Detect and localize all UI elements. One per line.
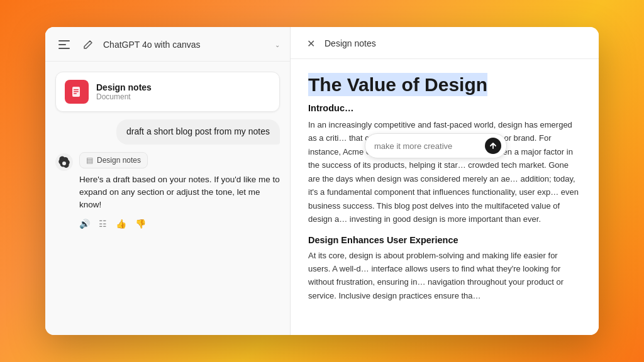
chevron-down-icon: ⌄: [275, 41, 280, 48]
left-header: ChatGPT 4o with canvas ⌄: [45, 27, 290, 62]
doc-ref-icon: ▤: [86, 156, 93, 165]
right-panel: ✕ Design notes The Value of Design Intro…: [291, 27, 599, 335]
openai-logo-icon: [55, 153, 73, 171]
assistant-section: ▤ Design notes Here's a draft based on y…: [55, 152, 280, 229]
svg-rect-4: [74, 89, 79, 90]
svg-rect-1: [58, 44, 66, 45]
svg-rect-5: [74, 91, 79, 92]
main-container: ChatGPT 4o with canvas ⌄ Design notes Do…: [45, 27, 599, 335]
doc-type: Document: [96, 92, 152, 101]
doc-icon: [65, 80, 89, 104]
user-message-bubble: draft a short blog post from my notes: [116, 119, 280, 145]
doc-heading: The Value of Design: [308, 73, 487, 96]
left-content: Design notes Document draft a short blog…: [45, 62, 290, 335]
sidebar-toggle-button[interactable]: [55, 36, 73, 53]
svg-point-7: [55, 153, 73, 171]
thumbs-down-icon[interactable]: 👎: [135, 219, 146, 229]
thumbs-up-icon[interactable]: 👍: [116, 219, 126, 229]
assistant-response-text: Here's a draft based on your notes. If y…: [79, 173, 280, 212]
assistant-doc-reference[interactable]: ▤ Design notes: [79, 152, 148, 168]
close-button[interactable]: ✕: [303, 36, 318, 51]
svg-rect-6: [74, 93, 77, 94]
assistant-doc-ref-label: Design notes: [97, 156, 141, 165]
edit-button[interactable]: [79, 36, 97, 53]
inline-send-button[interactable]: [485, 138, 501, 154]
section-heading-ux: Design Enhances User Experience: [308, 235, 581, 245]
right-panel-title: Design notes: [325, 38, 376, 48]
copy-icon[interactable]: ☷: [99, 219, 107, 229]
left-panel: ChatGPT 4o with canvas ⌄ Design notes Do…: [45, 27, 291, 335]
right-content: The Value of Design Introduc… In an incr…: [291, 59, 599, 335]
svg-rect-0: [58, 40, 70, 41]
section-intro-label: Introduc…: [308, 103, 581, 113]
doc-info: Design notes Document: [96, 82, 152, 101]
action-icons-bar: 🔊 ☷ 👍 👎: [79, 219, 280, 229]
volume-icon[interactable]: 🔊: [79, 219, 90, 229]
right-header: ✕ Design notes: [291, 27, 599, 59]
body-paragraph-2: At its core, design is about problem-sol…: [308, 249, 581, 303]
svg-rect-2: [58, 48, 70, 49]
doc-heading-block: The Value of Design: [308, 74, 581, 96]
doc-title: Design notes: [96, 82, 152, 92]
header-title: ChatGPT 4o with canvas: [103, 40, 269, 50]
inline-edit-input[interactable]: [374, 141, 480, 151]
doc-card[interactable]: Design notes Document: [55, 72, 280, 112]
assistant-body: ▤ Design notes Here's a draft based on y…: [79, 152, 280, 229]
inline-edit-bar[interactable]: [365, 133, 507, 158]
